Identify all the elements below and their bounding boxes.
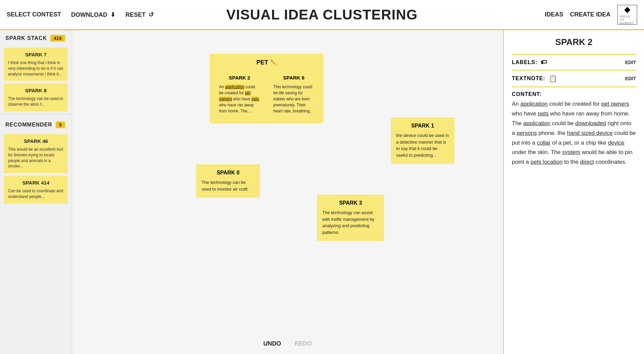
- content-pets: pets: [538, 110, 549, 117]
- spark3-text: The technology can assist with traffic m…: [322, 209, 379, 236]
- logo-icon: ◆: [624, 5, 630, 14]
- pet-cluster[interactable]: PET ✏️ SPARK 2 An application could be c…: [210, 54, 324, 123]
- content-direct: direct: [580, 159, 594, 165]
- recommender-badge: 5: [56, 121, 65, 128]
- canvas-area: PET ✏️ SPARK 2 An application could be c…: [72, 30, 503, 354]
- ideas-button[interactable]: IDEAS: [545, 11, 563, 18]
- content-system: system: [562, 149, 580, 155]
- download-button[interactable]: DOWNLOAD: [71, 11, 115, 18]
- cluster-cards: SPARK 2 An application could be created …: [215, 71, 318, 118]
- right-panel-title: SPARK 2: [512, 37, 636, 47]
- header-left: SELECT CONTEST DOWNLOAD RESET: [7, 11, 154, 18]
- content-label: CONTENT:: [512, 91, 636, 97]
- recommender-title: RECOMMENDER: [5, 122, 52, 128]
- reset-button[interactable]: RESET: [125, 11, 154, 18]
- textnote-label-row: TEXTNOTE: 📋 EDIT: [512, 74, 636, 83]
- spark2-highlight-petowners: pet owners: [219, 91, 251, 101]
- spark3-title: SPARK 3: [322, 200, 379, 206]
- right-panel-divider-1: [512, 54, 636, 55]
- logo-box: ◆ IDEAS TO MARKET: [617, 5, 637, 25]
- page-title: VISUAL IDEA CLUSTERING: [226, 7, 418, 23]
- pet-cluster-label: PET: [256, 59, 268, 66]
- spark1-title: SPARK 1: [396, 123, 449, 129]
- content-device: device: [608, 140, 624, 146]
- spark-stack-title: SPARK STACK: [5, 35, 47, 41]
- spark2-title: SPARK 2: [219, 75, 260, 81]
- header-center: VISUAL IDEA CLUSTERING: [226, 7, 418, 23]
- content-section: CONTENT: An application could be created…: [512, 91, 636, 167]
- spark2-highlight-pets: pets: [252, 97, 259, 101]
- content-petowners: pet owners: [601, 101, 629, 107]
- sidebar-spark7-text: I think one thing that i think is very i…: [8, 60, 64, 77]
- edit-cluster-icon[interactable]: ✏️: [270, 59, 277, 66]
- sidebar-spark8-title: SPARK 8: [8, 88, 64, 93]
- spark-stack-section-header: SPARK STACK 414: [0, 30, 72, 45]
- spark0-canvas-card[interactable]: SPARK 0 The technology can be used to mo…: [196, 164, 260, 198]
- sidebar-spark414-card[interactable]: SPARK 414 Can be used to coordinate and …: [4, 176, 68, 204]
- content-application1: application: [521, 101, 548, 107]
- sidebar-spark7-title: SPARK 7: [8, 52, 64, 57]
- labels-label-row: LABELS: 🏷 EDIT: [512, 59, 636, 66]
- sidebar: SPARK STACK 414 SPARK 7 I think one thin…: [0, 30, 72, 354]
- sidebar-spark414-title: SPARK 414: [8, 180, 64, 186]
- content-application2: application: [523, 120, 550, 127]
- content-text: An application could be created for pet …: [512, 99, 636, 167]
- spark1-canvas-card[interactable]: SPARK 1 the device could be used in a de…: [391, 117, 454, 164]
- select-contest-button[interactable]: SELECT CONTEST: [7, 11, 61, 18]
- sidebar-spark46-card[interactable]: SPARK 46 This would be an excellent tool…: [4, 134, 68, 173]
- content-collar: collar: [537, 140, 551, 146]
- logo-text: IDEAS TO MARKET: [620, 15, 635, 25]
- labels-label: LABELS:: [512, 59, 537, 65]
- spark0-title: SPARK 0: [202, 170, 255, 176]
- spark3-canvas-card[interactable]: SPARK 3 The technology can assist with t…: [317, 195, 384, 241]
- spark-stack-badge: 414: [50, 35, 65, 42]
- labels-section: LABELS: 🏷 EDIT: [512, 59, 636, 66]
- spark2-text: An application could be created for pet …: [219, 84, 260, 114]
- content-persons: persons: [517, 130, 537, 136]
- spark2-highlight-application: application: [225, 85, 244, 89]
- create-idea-button[interactable]: CREATE IDEA: [570, 11, 610, 18]
- sidebar-spark46-title: SPARK 46: [8, 138, 64, 144]
- spark6-title: SPARK 6: [273, 75, 314, 81]
- sidebar-spark414-text: Can be used to coordinate and understand…: [8, 188, 64, 200]
- header-right: IDEAS CREATE IDEA ◆ IDEAS TO MARKET: [545, 5, 637, 25]
- content-petslocation: pets location: [531, 159, 562, 165]
- labels-edit-button[interactable]: EDIT: [625, 60, 636, 65]
- sidebar-spark8-card[interactable]: SPARK 8 The technology can be used to ob…: [4, 84, 68, 111]
- textnote-edit-button[interactable]: EDIT: [625, 76, 636, 81]
- sidebar-spark7-card[interactable]: SPARK 7 I think one thing that i think i…: [4, 48, 68, 81]
- textnote-label: TEXTNOTE:: [512, 75, 545, 82]
- recommender-section-header: RECOMMENDER 5: [0, 117, 72, 132]
- right-panel-divider-3: [512, 87, 636, 87]
- textnote-section: TEXTNOTE: 📋 EDIT: [512, 74, 636, 83]
- spark2-cluster-card[interactable]: SPARK 2 An application could be created …: [215, 71, 264, 118]
- header: SELECT CONTEST DOWNLOAD RESET VISUAL IDE…: [0, 0, 644, 30]
- spark0-text: The technology can be used to monitor ai…: [202, 179, 255, 192]
- redo-button[interactable]: REDO: [294, 340, 312, 347]
- content-handsizeddevice: hand sized device: [567, 130, 612, 136]
- right-panel: SPARK 2 LABELS: 🏷 EDIT TEXTNOTE: 📋 EDIT …: [503, 30, 644, 354]
- content-downloaded: downloaded: [575, 120, 606, 127]
- download-icon: [109, 11, 115, 18]
- pet-cluster-header: PET ✏️: [215, 59, 318, 66]
- tag-icon: 🏷: [541, 59, 547, 66]
- undo-redo-bar: UNDO REDO: [263, 340, 312, 347]
- note-icon: 📋: [549, 74, 557, 83]
- spark6-cluster-card[interactable]: SPARK 6 This technology could be life sa…: [269, 71, 318, 118]
- sidebar-divider: [0, 114, 72, 115]
- sidebar-spark46-text: This would be an excellent tool for fire…: [8, 147, 64, 169]
- undo-button[interactable]: UNDO: [263, 340, 281, 347]
- spark6-text: This technology could be life saving for…: [273, 84, 314, 114]
- sidebar-spark8-text: The technology can be used to observe th…: [8, 96, 64, 107]
- spark1-text: the device could be used in a detective …: [396, 132, 449, 158]
- main-layout: SPARK STACK 414 SPARK 7 I think one thin…: [0, 30, 644, 354]
- reset-icon: [147, 11, 154, 18]
- right-panel-divider-2: [512, 70, 636, 70]
